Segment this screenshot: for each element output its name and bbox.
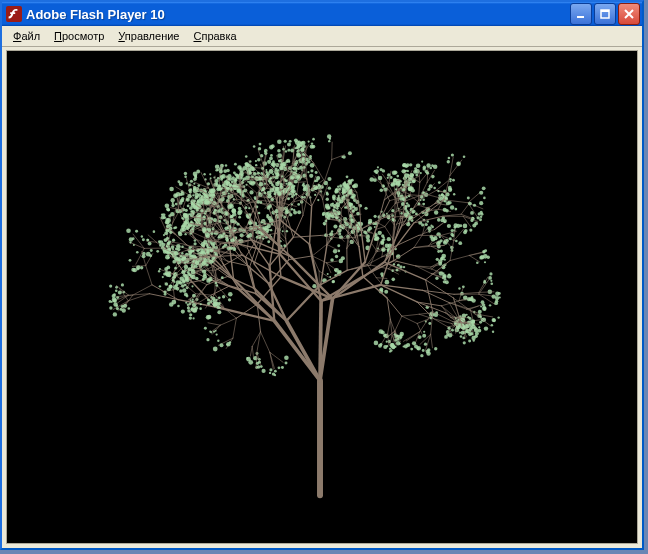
svg-point-2027 [173, 275, 177, 279]
svg-point-973 [232, 209, 237, 214]
svg-point-1410 [259, 182, 264, 187]
svg-point-115 [164, 293, 167, 296]
svg-point-2417 [338, 195, 340, 197]
svg-point-364 [166, 229, 170, 233]
svg-point-2322 [270, 177, 272, 179]
svg-point-118 [162, 276, 164, 278]
svg-point-2209 [201, 261, 206, 266]
svg-point-2182 [221, 174, 226, 179]
svg-point-1611 [431, 237, 436, 242]
svg-point-2243 [181, 252, 183, 254]
svg-point-1872 [490, 280, 492, 282]
svg-point-2415 [340, 200, 344, 204]
svg-point-2690 [484, 326, 488, 330]
svg-point-2698 [463, 341, 466, 344]
svg-point-224 [180, 199, 184, 203]
svg-point-586 [333, 224, 337, 228]
menu-view[interactable]: Просмотр [47, 28, 111, 44]
svg-point-986 [282, 230, 284, 232]
svg-point-1537 [337, 212, 340, 215]
svg-point-1954 [257, 365, 260, 368]
svg-point-1723 [396, 175, 399, 178]
svg-point-2012 [183, 274, 186, 277]
svg-line-2668 [450, 255, 469, 260]
svg-point-2181 [217, 177, 220, 180]
svg-point-798 [246, 235, 249, 238]
svg-point-1293 [309, 155, 312, 158]
svg-point-2396 [334, 189, 339, 194]
svg-point-1330 [316, 176, 320, 180]
svg-point-2568 [431, 164, 434, 167]
menu-help[interactable]: Справка [186, 28, 243, 44]
svg-point-868 [335, 255, 338, 258]
svg-point-94 [126, 228, 131, 233]
svg-point-1928 [269, 372, 271, 374]
svg-point-1976 [204, 327, 207, 330]
svg-point-420 [210, 177, 212, 179]
svg-point-128 [164, 267, 168, 271]
svg-point-95 [135, 230, 138, 233]
svg-point-2637 [480, 216, 482, 218]
svg-point-1257 [277, 149, 281, 153]
maximize-button[interactable] [594, 3, 616, 25]
svg-point-2702 [444, 335, 448, 339]
svg-point-1685 [394, 333, 396, 335]
svg-point-2332 [215, 183, 218, 186]
svg-point-2686 [497, 316, 499, 318]
svg-point-2028 [174, 267, 177, 270]
svg-point-1829 [479, 321, 482, 324]
svg-point-430 [193, 183, 195, 185]
svg-point-225 [176, 192, 181, 197]
svg-point-1843 [478, 326, 480, 328]
flash-stage[interactable] [6, 50, 638, 544]
svg-point-2722 [472, 325, 476, 329]
svg-point-1329 [318, 184, 320, 186]
svg-point-1786 [455, 240, 458, 243]
svg-point-1877 [489, 304, 491, 306]
svg-point-1315 [271, 144, 275, 148]
svg-point-80 [170, 212, 174, 216]
svg-point-445 [215, 164, 220, 169]
menu-control[interactable]: Управление [111, 28, 186, 44]
svg-point-431 [197, 184, 200, 187]
svg-line-1974 [208, 323, 220, 325]
menu-file[interactable]: Файл [6, 28, 47, 44]
svg-line-1772 [434, 223, 443, 229]
svg-point-1873 [490, 282, 493, 285]
svg-point-1003 [328, 186, 331, 189]
svg-point-1426 [287, 143, 291, 147]
svg-point-1148 [391, 278, 395, 282]
svg-point-1030 [352, 206, 355, 209]
svg-point-2124 [289, 182, 292, 185]
svg-line-945 [245, 257, 254, 288]
svg-point-2650 [467, 196, 470, 199]
svg-point-1848 [471, 336, 475, 340]
svg-point-540 [309, 174, 313, 178]
svg-point-2153 [196, 190, 199, 193]
svg-point-1917 [478, 310, 482, 314]
svg-point-2128 [285, 180, 288, 183]
svg-point-1774 [447, 224, 451, 228]
svg-point-2602 [441, 194, 444, 197]
svg-point-2609 [448, 201, 452, 205]
svg-point-1400 [258, 212, 261, 215]
svg-point-1124 [384, 290, 388, 294]
minimize-button[interactable] [570, 3, 592, 25]
svg-point-2511 [407, 184, 410, 187]
svg-point-2488 [380, 168, 383, 171]
svg-point-2515 [410, 181, 412, 183]
svg-line-18 [119, 288, 128, 301]
svg-point-2318 [275, 175, 279, 179]
svg-line-1580 [394, 248, 414, 261]
svg-point-1136 [381, 240, 385, 244]
svg-point-815 [270, 229, 272, 231]
titlebar[interactable]: Adobe Flash Player 10 [2, 2, 642, 26]
close-button[interactable] [618, 3, 640, 25]
svg-point-2089 [291, 195, 294, 198]
svg-point-2157 [186, 198, 190, 202]
svg-point-2558 [416, 163, 421, 168]
svg-point-1165 [182, 288, 186, 292]
svg-point-612 [193, 317, 195, 319]
svg-point-911 [190, 307, 193, 310]
svg-point-2286 [213, 218, 217, 222]
